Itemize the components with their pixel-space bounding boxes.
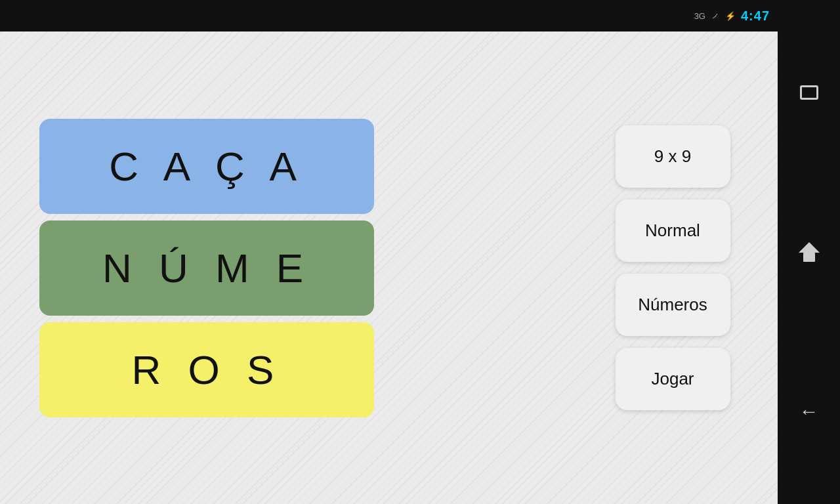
signal-bars-icon: ⟋	[711, 10, 720, 21]
signal-indicator: 3G	[694, 11, 705, 21]
battery-icon: ⚡	[725, 11, 736, 21]
home-icon	[799, 242, 820, 262]
back-icon: ←	[799, 400, 819, 423]
navigation-bar: ←	[778, 0, 840, 504]
home-button[interactable]	[793, 236, 826, 268]
status-bar: 3G ⟋ ⚡ 4:47	[0, 0, 778, 32]
play-button[interactable]: Jogar	[616, 348, 730, 410]
title-block-caca: C A Ç A	[39, 119, 374, 214]
title-block-nume: N Ú M E	[39, 220, 374, 316]
type-button[interactable]: Números	[616, 274, 730, 336]
title-blocks: C A Ç A N Ú M E R O S	[39, 119, 374, 417]
main-content: C A Ç A N Ú M E R O S 9 x 9 Normal Númer…	[0, 32, 778, 504]
recent-apps-icon	[800, 85, 818, 100]
size-button[interactable]: 9 x 9	[616, 125, 730, 188]
difficulty-button[interactable]: Normal	[616, 200, 730, 262]
title-block-ros: R O S	[39, 322, 374, 417]
clock-display: 4:47	[741, 9, 770, 24]
recent-apps-button[interactable]	[793, 76, 826, 109]
back-button[interactable]: ←	[793, 395, 826, 428]
right-buttons: 9 x 9 Normal Números Jogar	[607, 125, 738, 410]
